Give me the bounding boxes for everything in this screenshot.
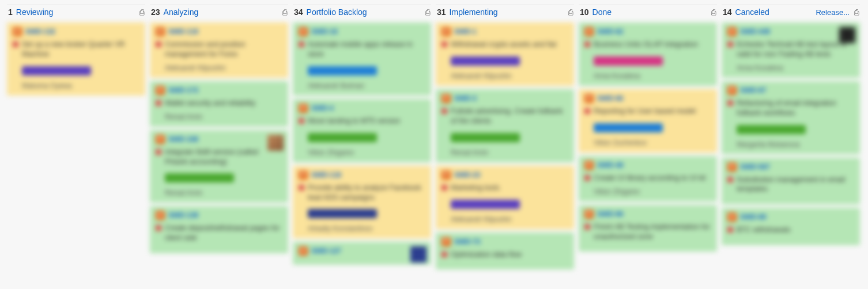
column-title[interactable]: Reviewing [16, 7, 54, 17]
column-title[interactable]: Portfolio Backlog [307, 7, 367, 17]
kanban-card[interactable]: FSWD-108Integrate Skilll service (called… [150, 130, 288, 203]
kanban-card[interactable]: FSWD-127 [293, 242, 431, 265]
type-badge-icon: F [441, 237, 451, 246]
print-icon[interactable]: ⎙ [425, 8, 430, 16]
priority-icon [299, 41, 304, 47]
kanban-card[interactable]: FSWD-4Move landing to MT5 versionViktor … [293, 99, 431, 162]
card-assignee: Renad Amin [451, 149, 568, 157]
card-id[interactable]: SWD-73 [454, 238, 480, 246]
kanban-card[interactable]: FSWD-3Fullsite advertising. Create fullb… [436, 89, 574, 162]
column-header: 14CanceledRelease...⎙ [722, 5, 860, 22]
kanban-card[interactable]: FSWD-89BTC withdrawals [722, 208, 860, 245]
type-badge-icon: F [299, 170, 308, 180]
release-link[interactable]: Release... [816, 8, 850, 17]
card-assignee: Margarita Mukanova [737, 140, 854, 149]
cards-container: FSWD-62Business Units OLAP integrationAn… [579, 22, 717, 252]
card-title: Integrate Skilll service (called Prbank … [165, 147, 282, 167]
type-badge-icon: F [584, 27, 594, 36]
card-id[interactable]: SWD-132 [25, 28, 55, 36]
priority-icon [441, 185, 447, 191]
kanban-column: 10Done⎙FSWD-62Business Units OLAP integr… [579, 5, 717, 252]
card-id[interactable]: SWD-173 [168, 86, 198, 94]
column-header: 23Analyzing⎙ [150, 5, 288, 22]
avatar[interactable] [839, 27, 855, 43]
kanban-card[interactable]: FSWD-173Wallet security and reliabilityR… [150, 81, 288, 127]
type-badge-icon: F [727, 86, 737, 95]
kanban-card[interactable]: FSWD-132Set up a new broker Quarter VR M… [7, 22, 145, 96]
card-id[interactable]: SWD-449 [740, 28, 770, 36]
card-id[interactable]: SWD-3 [454, 94, 477, 102]
card-id[interactable]: SWD-119 [168, 28, 198, 36]
print-icon[interactable]: ⎙ [711, 8, 716, 16]
print-icon[interactable]: ⎙ [282, 8, 287, 16]
column-title[interactable]: Implementing [450, 7, 498, 17]
kanban-card[interactable]: FSWD-449Echeoko Technail AB test layout … [722, 22, 860, 78]
column-count: 10 [580, 7, 589, 17]
card-title: Marketing tools [451, 183, 500, 193]
card-id[interactable]: SWD-87 [740, 86, 766, 94]
card-id[interactable]: SWD-96 [597, 210, 623, 218]
print-icon[interactable]: ⎙ [568, 8, 573, 16]
kanban-card[interactable]: FSWD-118Provide ability to analyze Faceb… [293, 166, 431, 239]
card-id[interactable]: SWD-18 [311, 28, 337, 36]
kanban-card[interactable]: FSWD-567Substitution management in email… [722, 158, 860, 205]
card-id[interactable]: SWD-23 [454, 171, 480, 179]
card-id[interactable]: SWD-4 [311, 104, 334, 112]
cards-container: FSWD-449Echeoko Technail AB test layout … [722, 22, 860, 245]
kanban-card[interactable]: FSWD-23Marketing toolsAleksandr Klipushi… [436, 166, 574, 229]
kanban-column: 1Reviewing⎙FSWD-132Set up a new broker Q… [7, 5, 145, 96]
priority-icon [584, 224, 590, 230]
column-title[interactable]: Canceled [735, 7, 769, 17]
type-badge-icon: F [584, 161, 594, 170]
type-badge-icon: F [156, 86, 165, 95]
card-id[interactable]: SWD-139 [168, 211, 198, 219]
type-badge-icon: F [299, 27, 308, 36]
card-id[interactable]: SWD-66 [597, 94, 623, 102]
status-tag [308, 133, 377, 142]
type-badge-icon: F [584, 94, 594, 103]
avatar[interactable] [410, 246, 427, 263]
type-badge-icon: F [156, 135, 165, 144]
card-assignee: Anna Kovaleva [737, 64, 854, 72]
cards-container: FSWD-18Automate mobile apps release in s… [293, 22, 431, 265]
card-id[interactable]: SWD-108 [168, 135, 198, 143]
column-count: 1 [8, 7, 13, 17]
card-title: Move landing to MT5 version [308, 116, 401, 126]
card-title: BTC withdrawals [737, 225, 791, 235]
priority-icon [727, 100, 733, 106]
type-badge-icon: F [441, 27, 451, 36]
kanban-card[interactable]: FSWD-139Create deposit/withdrawal pages … [150, 206, 288, 253]
kanban-card[interactable]: FSWD-66Reporting for User based modelVik… [579, 89, 717, 153]
kanban-column: 31Implementing⎙FSWD-1Withdrawal crypto a… [436, 5, 574, 269]
print-icon[interactable]: ⎙ [854, 8, 859, 16]
card-id[interactable]: SWD-567 [740, 163, 770, 171]
status-tag [451, 56, 520, 66]
card-id[interactable]: SWD-127 [311, 247, 341, 255]
kanban-card[interactable]: FSWD-87Refactoring of email integration … [722, 81, 860, 154]
card-title: Echeoko Technail AB test layout is valid… [737, 40, 854, 59]
column-title[interactable]: Done [592, 7, 612, 17]
column-title[interactable]: Analyzing [164, 7, 199, 17]
kanban-card[interactable]: FSWD-18Automate mobile apps release in s… [293, 22, 431, 96]
priority-icon [727, 41, 733, 47]
card-assignee: Aleksandr Butman [308, 82, 425, 90]
card-id[interactable]: SWD-89 [740, 213, 766, 221]
card-title: Finish AB Testing implementation for una… [594, 222, 711, 242]
column-count: 34 [294, 7, 303, 17]
card-id[interactable]: SWD-48 [597, 161, 623, 169]
kanban-card[interactable]: FSWD-48Create UI library according to UI… [579, 156, 717, 201]
kanban-card[interactable]: FSWD-96Finish AB Testing implementation … [579, 205, 717, 252]
kanban-card[interactable]: FSWD-62Business Units OLAP integrationAn… [579, 22, 717, 86]
card-title: Provide ability to analyze Facebook lead… [308, 183, 425, 203]
kanban-card[interactable]: FSWD-73Optimization data flow [436, 233, 574, 270]
kanban-card[interactable]: FSWD-119Commission and position manageme… [150, 22, 288, 78]
status-tag [451, 133, 520, 142]
card-id[interactable]: SWD-118 [311, 171, 341, 179]
avatar[interactable] [267, 135, 284, 151]
card-id[interactable]: SWD-1 [454, 28, 477, 36]
kanban-card[interactable]: FSWD-1Withdrawal crypto assets and fiatA… [436, 22, 574, 86]
type-badge-icon: F [299, 246, 308, 256]
print-icon[interactable]: ⎙ [139, 8, 144, 16]
card-id[interactable]: SWD-62 [597, 28, 623, 36]
status-tag [165, 173, 234, 182]
